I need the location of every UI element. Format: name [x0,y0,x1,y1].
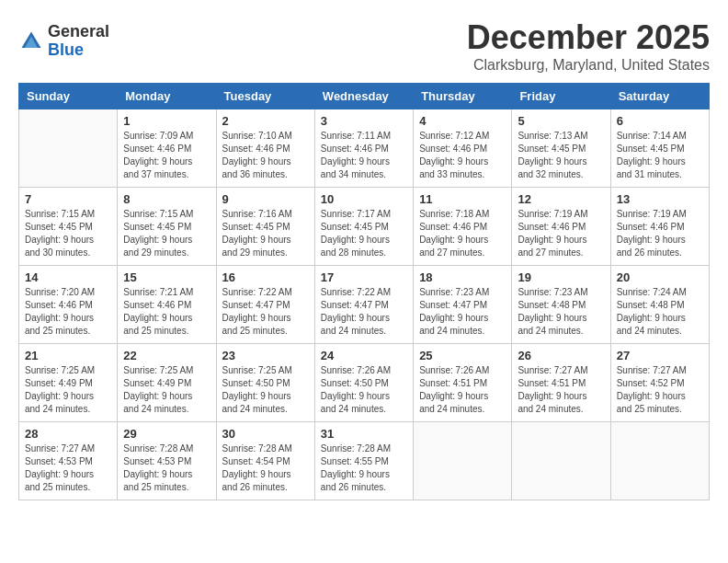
day-number: 11 [419,192,506,206]
day-number: 23 [222,349,309,362]
table-cell: 3Sunrise: 7:11 AM Sunset: 4:46 PM Daylig… [314,109,413,188]
calendar-table: Sunday Monday Tuesday Wednesday Thursday… [18,83,710,500]
day-info: Sunrise: 7:09 AM Sunset: 4:46 PM Dayligh… [123,130,210,181]
day-number: 13 [617,192,703,206]
table-cell: 26Sunrise: 7:27 AM Sunset: 4:51 PM Dayli… [512,344,610,422]
day-info: Sunrise: 7:13 AM Sunset: 4:45 PM Dayligh… [518,130,604,181]
location-title: Clarksburg, Maryland, United States [467,57,710,74]
day-info: Sunrise: 7:28 AM Sunset: 4:53 PM Dayligh… [123,442,210,494]
table-cell: 7Sunrise: 7:15 AM Sunset: 4:45 PM Daylig… [19,188,118,266]
day-number: 22 [123,349,210,362]
day-info: Sunrise: 7:19 AM Sunset: 4:46 PM Dayligh… [518,208,604,259]
table-cell [19,109,118,188]
table-cell: 14Sunrise: 7:20 AM Sunset: 4:46 PM Dayli… [19,266,118,344]
day-info: Sunrise: 7:20 AM Sunset: 4:46 PM Dayligh… [25,286,111,338]
day-info: Sunrise: 7:24 AM Sunset: 4:48 PM Dayligh… [617,286,703,338]
weekday-header-row: Sunday Monday Tuesday Wednesday Thursday… [19,84,710,109]
day-number: 1 [123,114,210,128]
day-info: Sunrise: 7:11 AM Sunset: 4:46 PM Dayligh… [321,130,407,181]
day-info: Sunrise: 7:28 AM Sunset: 4:55 PM Dayligh… [321,442,407,494]
day-info: Sunrise: 7:21 AM Sunset: 4:46 PM Dayligh… [123,286,210,338]
table-cell: 20Sunrise: 7:24 AM Sunset: 4:48 PM Dayli… [610,266,709,344]
table-cell [512,422,610,500]
table-cell: 18Sunrise: 7:23 AM Sunset: 4:47 PM Dayli… [414,266,512,344]
day-number: 14 [25,270,111,284]
table-cell: 8Sunrise: 7:15 AM Sunset: 4:45 PM Daylig… [118,188,216,266]
day-info: Sunrise: 7:12 AM Sunset: 4:46 PM Dayligh… [419,130,506,181]
day-number: 18 [419,270,506,284]
day-number: 4 [419,114,506,128]
day-info: Sunrise: 7:26 AM Sunset: 4:50 PM Dayligh… [321,364,407,416]
day-number: 21 [25,349,111,362]
day-info: Sunrise: 7:17 AM Sunset: 4:45 PM Dayligh… [321,208,407,259]
header-sunday: Sunday [19,84,118,109]
table-cell: 16Sunrise: 7:22 AM Sunset: 4:47 PM Dayli… [216,266,314,344]
header-saturday: Saturday [610,84,709,109]
table-cell [610,422,709,500]
logo-general: General [48,22,109,40]
calendar-row: 21Sunrise: 7:25 AM Sunset: 4:49 PM Dayli… [19,344,710,422]
table-cell: 21Sunrise: 7:25 AM Sunset: 4:49 PM Dayli… [19,344,118,422]
table-cell: 5Sunrise: 7:13 AM Sunset: 4:45 PM Daylig… [512,109,610,188]
header-friday: Friday [512,84,610,109]
day-number: 20 [617,270,703,284]
table-cell: 23Sunrise: 7:25 AM Sunset: 4:50 PM Dayli… [216,344,314,422]
table-cell: 31Sunrise: 7:28 AM Sunset: 4:55 PM Dayli… [314,422,413,500]
day-number: 17 [321,270,407,284]
table-cell: 1Sunrise: 7:09 AM Sunset: 4:46 PM Daylig… [118,109,216,188]
table-cell: 9Sunrise: 7:16 AM Sunset: 4:45 PM Daylig… [216,188,314,266]
calendar-row: 7Sunrise: 7:15 AM Sunset: 4:45 PM Daylig… [19,188,710,266]
day-info: Sunrise: 7:28 AM Sunset: 4:54 PM Dayligh… [222,442,309,494]
day-number: 15 [123,270,210,284]
day-number: 30 [222,427,309,441]
day-number: 6 [617,114,703,128]
page-header: General Blue December 2025 Clarksburg, M… [18,18,710,74]
day-info: Sunrise: 7:23 AM Sunset: 4:48 PM Dayligh… [518,286,604,338]
logo-icon [18,29,44,54]
day-number: 3 [321,114,407,128]
table-cell: 12Sunrise: 7:19 AM Sunset: 4:46 PM Dayli… [512,188,610,266]
day-number: 27 [617,349,703,362]
table-cell: 24Sunrise: 7:26 AM Sunset: 4:50 PM Dayli… [314,344,413,422]
day-info: Sunrise: 7:19 AM Sunset: 4:46 PM Dayligh… [617,208,703,259]
day-number: 5 [518,114,604,128]
table-cell: 30Sunrise: 7:28 AM Sunset: 4:54 PM Dayli… [216,422,314,500]
table-cell: 29Sunrise: 7:28 AM Sunset: 4:53 PM Dayli… [118,422,216,500]
logo: General Blue [18,23,109,60]
day-number: 12 [518,192,604,206]
table-cell: 25Sunrise: 7:26 AM Sunset: 4:51 PM Dayli… [414,344,512,422]
day-number: 29 [123,427,210,441]
day-number: 2 [222,114,309,128]
day-number: 9 [222,192,309,206]
month-title: December 2025 [467,18,710,57]
day-info: Sunrise: 7:16 AM Sunset: 4:45 PM Dayligh… [222,208,309,259]
day-info: Sunrise: 7:22 AM Sunset: 4:47 PM Dayligh… [321,286,407,338]
day-info: Sunrise: 7:15 AM Sunset: 4:45 PM Dayligh… [25,208,111,259]
header-wednesday: Wednesday [314,84,413,109]
day-info: Sunrise: 7:26 AM Sunset: 4:51 PM Dayligh… [419,364,506,416]
day-info: Sunrise: 7:15 AM Sunset: 4:45 PM Dayligh… [123,208,210,259]
table-cell [414,422,512,500]
day-number: 16 [222,270,309,284]
day-number: 28 [25,427,111,441]
day-info: Sunrise: 7:25 AM Sunset: 4:49 PM Dayligh… [123,364,210,416]
day-info: Sunrise: 7:14 AM Sunset: 4:45 PM Dayligh… [617,130,703,181]
day-number: 10 [321,192,407,206]
day-number: 7 [25,192,111,206]
day-number: 26 [518,349,604,362]
table-cell: 22Sunrise: 7:25 AM Sunset: 4:49 PM Dayli… [118,344,216,422]
header-tuesday: Tuesday [216,84,314,109]
day-info: Sunrise: 7:27 AM Sunset: 4:51 PM Dayligh… [518,364,604,416]
table-cell: 10Sunrise: 7:17 AM Sunset: 4:45 PM Dayli… [314,188,413,266]
day-info: Sunrise: 7:18 AM Sunset: 4:46 PM Dayligh… [419,208,506,259]
day-number: 8 [123,192,210,206]
table-cell: 13Sunrise: 7:19 AM Sunset: 4:46 PM Dayli… [610,188,709,266]
table-cell: 28Sunrise: 7:27 AM Sunset: 4:53 PM Dayli… [19,422,118,500]
day-info: Sunrise: 7:27 AM Sunset: 4:52 PM Dayligh… [617,364,703,416]
logo-text: General Blue [48,23,109,60]
day-info: Sunrise: 7:25 AM Sunset: 4:50 PM Dayligh… [222,364,309,416]
table-cell: 11Sunrise: 7:18 AM Sunset: 4:46 PM Dayli… [414,188,512,266]
day-number: 31 [321,427,407,441]
calendar-row: 1Sunrise: 7:09 AM Sunset: 4:46 PM Daylig… [19,109,710,188]
table-cell: 6Sunrise: 7:14 AM Sunset: 4:45 PM Daylig… [610,109,709,188]
